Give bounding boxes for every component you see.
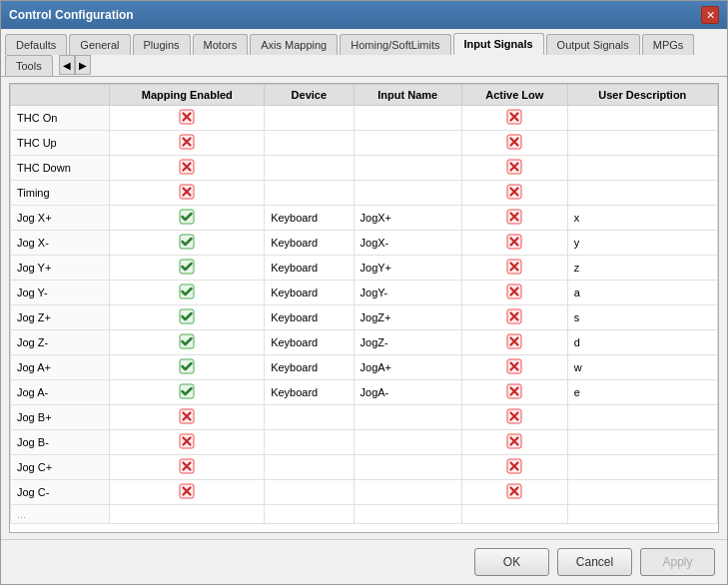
table-row[interactable]: Jog X+ Keyboard JogX+ x xyxy=(11,206,718,231)
tab-nav-right[interactable]: ▶ xyxy=(75,55,91,75)
row-active-low[interactable] xyxy=(461,156,567,181)
row-name: Jog C+ xyxy=(11,455,110,480)
row-active-low[interactable] xyxy=(461,181,567,206)
table-row[interactable]: Jog B- xyxy=(11,430,718,455)
tab-nav-left[interactable]: ◀ xyxy=(59,55,75,75)
row-active-low[interactable] xyxy=(461,330,567,355)
row-active-low[interactable] xyxy=(461,505,567,524)
row-mapping-enabled[interactable] xyxy=(110,455,265,480)
row-active-low[interactable] xyxy=(461,455,567,480)
row-active-low[interactable] xyxy=(461,281,567,305)
table-row[interactable]: Jog B+ xyxy=(11,405,718,430)
col-header-name xyxy=(11,85,110,106)
table-row[interactable]: Jog C- xyxy=(11,480,718,505)
row-input-name: JogX+ xyxy=(354,206,461,231)
row-input-name xyxy=(354,505,461,524)
row-device xyxy=(265,131,354,156)
row-name: Jog B+ xyxy=(11,405,110,430)
row-active-low[interactable] xyxy=(461,355,567,380)
row-device: Keyboard xyxy=(265,231,354,256)
row-name: Jog A+ xyxy=(11,355,110,380)
row-mapping-enabled[interactable] xyxy=(110,480,265,505)
table-row[interactable]: Jog A- Keyboard JogA- e xyxy=(11,380,718,405)
row-mapping-enabled[interactable] xyxy=(110,380,265,405)
row-device: Keyboard xyxy=(265,281,354,305)
row-active-low[interactable] xyxy=(461,106,567,131)
table-row[interactable]: Jog C+ xyxy=(11,455,718,480)
row-device xyxy=(265,505,354,524)
row-name: Jog Z+ xyxy=(11,305,110,330)
row-active-low[interactable] xyxy=(461,405,567,430)
row-name: THC Up xyxy=(11,131,110,156)
tab-homing-softlimits[interactable]: Homing/SoftLimits xyxy=(340,34,450,55)
row-name: Jog B- xyxy=(11,430,110,455)
row-active-low[interactable] xyxy=(461,430,567,455)
row-input-name xyxy=(354,480,461,505)
tab-output-signals[interactable]: Output Signals xyxy=(546,34,640,55)
close-button[interactable]: ✕ xyxy=(701,6,719,24)
row-mapping-enabled[interactable] xyxy=(110,405,265,430)
row-active-low[interactable] xyxy=(461,305,567,330)
row-description: d xyxy=(567,330,717,355)
row-input-name: JogA+ xyxy=(354,355,461,380)
row-name: Jog A- xyxy=(11,380,110,405)
row-input-name xyxy=(354,430,461,455)
tab-axis-mapping[interactable]: Axis Mapping xyxy=(250,34,338,55)
table-row[interactable]: THC On xyxy=(11,106,718,131)
table-row[interactable]: THC Down xyxy=(11,156,718,181)
row-mapping-enabled[interactable] xyxy=(110,430,265,455)
table-row[interactable]: Jog Z+ Keyboard JogZ+ s xyxy=(11,305,718,330)
row-enabled[interactable] xyxy=(110,505,265,524)
tab-general[interactable]: General xyxy=(69,34,130,55)
table-row[interactable]: Jog A+ Keyboard JogA+ w xyxy=(11,355,718,380)
tab-mpgs[interactable]: MPGs xyxy=(642,34,695,55)
cancel-button[interactable]: Cancel xyxy=(557,548,632,576)
table-row[interactable]: Jog Y+ Keyboard JogY+ z xyxy=(11,256,718,281)
table-row[interactable]: ... xyxy=(11,505,718,524)
row-device xyxy=(265,106,354,131)
row-device xyxy=(265,430,354,455)
row-mapping-enabled[interactable] xyxy=(110,131,265,156)
tab-plugins[interactable]: Plugins xyxy=(133,34,191,55)
row-mapping-enabled[interactable] xyxy=(110,281,265,305)
table-row[interactable]: Jog Z- Keyboard JogZ- d xyxy=(11,330,718,355)
row-active-low[interactable] xyxy=(461,206,567,231)
row-mapping-enabled[interactable] xyxy=(110,355,265,380)
row-active-low[interactable] xyxy=(461,131,567,156)
table-row[interactable]: THC Up xyxy=(11,131,718,156)
row-description xyxy=(567,480,717,505)
tab-input-signals[interactable]: Input Signals xyxy=(453,33,544,55)
row-description: e xyxy=(567,380,717,405)
col-header-user-description: User Description xyxy=(567,85,717,106)
row-mapping-enabled[interactable] xyxy=(110,106,265,131)
signal-table-container[interactable]: Mapping Enabled Device Input Name Active… xyxy=(9,83,719,533)
row-mapping-enabled[interactable] xyxy=(110,330,265,355)
row-active-low[interactable] xyxy=(461,231,567,256)
row-mapping-enabled[interactable] xyxy=(110,206,265,231)
row-mapping-enabled[interactable] xyxy=(110,256,265,281)
bottom-bar: OK Cancel Apply xyxy=(1,539,727,584)
row-description: x xyxy=(567,206,717,231)
table-row[interactable]: Jog X- Keyboard JogX- y xyxy=(11,231,718,256)
apply-button[interactable]: Apply xyxy=(640,548,715,576)
ok-button[interactable]: OK xyxy=(474,548,549,576)
row-input-name xyxy=(354,131,461,156)
row-description: w xyxy=(567,355,717,380)
row-input-name xyxy=(354,106,461,131)
row-mapping-enabled[interactable] xyxy=(110,181,265,206)
tab-tools[interactable]: Tools xyxy=(5,55,53,76)
row-mapping-enabled[interactable] xyxy=(110,231,265,256)
content-area: Mapping Enabled Device Input Name Active… xyxy=(1,77,727,539)
row-active-low[interactable] xyxy=(461,256,567,281)
row-name: Timing xyxy=(11,181,110,206)
row-active-low[interactable] xyxy=(461,480,567,505)
tab-defaults[interactable]: Defaults xyxy=(5,34,67,55)
table-row[interactable]: Jog Y- Keyboard JogY- a xyxy=(11,281,718,305)
table-row[interactable]: Timing xyxy=(11,181,718,206)
row-mapping-enabled[interactable] xyxy=(110,305,265,330)
row-input-name: JogY- xyxy=(354,281,461,305)
tab-motors[interactable]: Motors xyxy=(193,34,249,55)
row-mapping-enabled[interactable] xyxy=(110,156,265,181)
row-device: Keyboard xyxy=(265,380,354,405)
row-active-low[interactable] xyxy=(461,380,567,405)
